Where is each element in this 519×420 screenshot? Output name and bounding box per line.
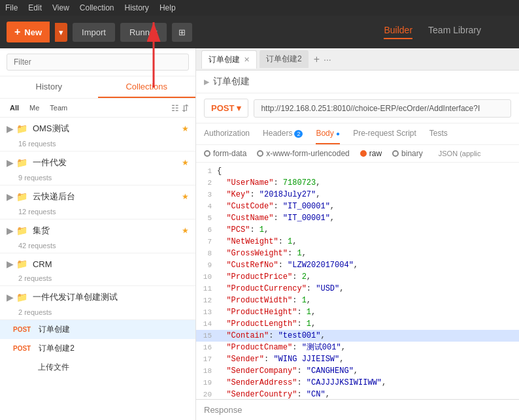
sidebar-search-area [0,48,195,76]
collection-name: CRM [33,259,189,269]
sidebar-collection-list: ▶ 📁 OMS测试 ★ 16 requests ▶ 📁 一件代发 ★ 9 req… [0,118,195,420]
collection-name: 一件代发 [33,157,176,169]
body-type-row: form-data x-www-form-urlencoded raw bina… [196,145,519,163]
sort-icon[interactable]: ☷ ⇵ [171,103,189,113]
tab-history[interactable]: History [0,76,98,98]
line-number: 14 [199,318,217,330]
collection-header-oms[interactable]: ▶ 📁 OMS测试 ★ [0,118,195,140]
filter-all[interactable]: All [7,103,22,113]
tab-close-icon[interactable]: ✕ [244,56,250,64]
subtab-headers[interactable]: Headers2 [263,123,303,144]
url-bar: POST ▾ [196,93,519,123]
collection-header-4[interactable]: ▶ 📁 CRM [0,253,195,274]
line-number: 11 [199,283,217,295]
body-type-raw[interactable]: raw [360,149,382,158]
method-selector[interactable]: POST ▾ [204,99,248,118]
json-line-16[interactable]: 16 "ProductCname": "测试001", [196,342,519,353]
json-line-5[interactable]: 5 "CustName": "IT_00001", [196,212,519,224]
json-line-15[interactable]: 15 "Contain": "test001", [196,330,519,342]
json-line-17[interactable]: 17 "Sender": "WING JJIEISW", [196,353,519,365]
line-content: "ProductHeight": 1, [217,306,316,318]
menu-collection[interactable]: Collection [80,3,114,12]
line-content: "ProductWidth": 1, [217,295,311,306]
line-number: 2 [199,177,217,189]
menu-file[interactable]: File [5,3,18,12]
line-content: "UserName": 7180723, [217,177,320,189]
menu-history[interactable]: History [125,3,149,12]
star-icon[interactable]: ★ [182,158,189,167]
json-line-11[interactable]: 11 "ProductCurrency": "USD", [196,283,519,295]
expand-icon[interactable]: ▶ [204,78,209,86]
body-format-label[interactable]: JSON (applic [439,150,481,157]
json-line-7[interactable]: 7 "NetWeight": 1, [196,236,519,248]
body-type-formdata[interactable]: form-data [204,149,246,158]
sidebar: History Collections All Me Team ☷ ⇵ ▶ 📁 … [0,48,196,420]
body-type-urlencoded[interactable]: x-www-form-urlencoded [257,149,349,158]
filter-me[interactable]: Me [26,103,42,113]
runner-button[interactable]: Runner [120,23,167,42]
json-line-4[interactable]: 4 "CustCode": "IT_00001", [196,201,519,212]
extra-icon-button[interactable]: ⊞ [172,23,192,42]
subtab-prerequest[interactable]: Pre-request Script [353,123,416,144]
request-tab-label: 订单创建2 [266,54,302,65]
collection-count: 12 requests [0,208,195,219]
collection-header-1[interactable]: ▶ 📁 一件代发 ★ [0,152,195,174]
json-line-10[interactable]: 10 "ProductPrice": 2, [196,271,519,283]
json-line-3[interactable]: 3 "Key": "2018July27", [196,189,519,201]
request-tab-1[interactable]: 订单创建2 [260,50,309,68]
request-tab-0[interactable]: 订单创建 ✕ [201,50,257,69]
menu-edit[interactable]: Edit [28,3,42,12]
json-line-8[interactable]: 8 "GrossWeight": 1, [196,248,519,259]
json-line-2[interactable]: 2 "UserName": 7180723, [196,177,519,189]
import-button[interactable]: Import [73,23,115,42]
tab-builder[interactable]: Builder [384,25,412,39]
request-item-1[interactable]: POST 订单创建2 [0,339,195,358]
tab-collections[interactable]: Collections [98,76,196,98]
folder-icon: ▶ 📁 [7,259,27,269]
star-icon[interactable]: ★ [182,226,189,235]
line-number: 6 [199,224,217,236]
request-item-0[interactable]: POST 订单创建 [0,320,195,339]
json-line-13[interactable]: 13 "ProductHeight": 1, [196,306,519,318]
collection-header-2[interactable]: ▶ 📁 云快递后台 ★ [0,186,195,208]
json-line-14[interactable]: 14 "ProductLength": 1, [196,318,519,330]
line-number: 12 [199,295,217,306]
collection-item-3: ▶ 📁 集货 ★ 42 requests [0,219,195,253]
line-number: 3 [199,189,217,201]
collection-count: 9 requests [0,174,195,185]
body-type-binary[interactable]: binary [392,149,423,158]
json-editor[interactable]: 1{2 "UserName": 7180723,3 "Key": "2018Ju… [196,163,519,399]
add-tab-button[interactable]: + [314,54,320,65]
collection-header-3[interactable]: ▶ 📁 集货 ★ [0,219,195,242]
collection-header-5[interactable]: ▶ 📁 一件代发订单创建测试 [0,286,195,308]
menu-view[interactable]: View [52,3,69,12]
star-icon[interactable]: ★ [182,192,189,201]
line-number: 20 [199,389,217,399]
json-line-9[interactable]: 9 "CustRefNo": "LZW202017004", [196,259,519,271]
more-tabs-button[interactable]: ··· [324,54,331,65]
headers-badge: 2 [294,130,303,138]
filter-team[interactable]: Team [46,103,71,113]
json-line-1[interactable]: 1{ [196,165,519,177]
tab-team-library[interactable]: Team Library [428,25,481,39]
new-button[interactable]: + New [7,22,50,42]
main-layout: History Collections All Me Team ☷ ⇵ ▶ 📁 … [0,48,519,420]
json-line-12[interactable]: 12 "ProductWidth": 1, [196,295,519,306]
json-line-20[interactable]: 20 "SenderCountry": "CN", [196,389,519,399]
url-input[interactable] [254,99,511,118]
new-dropdown-arrow[interactable]: ▾ [55,23,67,42]
subtab-authorization[interactable]: Authorization [204,123,250,144]
json-line-19[interactable]: 19 "SenderAddress": "CAJJJJKSIWIIWW", [196,377,519,389]
star-icon[interactable]: ★ [182,124,189,133]
search-input[interactable] [7,54,189,71]
collection-item-5: ▶ 📁 一件代发订单创建测试 2 requests [0,286,195,320]
method-badge: POST [10,344,33,353]
json-line-6[interactable]: 6 "PCS": 1, [196,224,519,236]
line-number: 16 [199,342,217,353]
collection-name: 一件代发订单创建测试 [33,291,189,303]
subtab-tests[interactable]: Tests [429,123,448,144]
json-line-18[interactable]: 18 "SenderCompany": "CANGHENG", [196,365,519,377]
subtab-body[interactable]: Body ● [316,123,340,144]
request-item-2[interactable]: 上传文件 [0,358,195,377]
menu-help[interactable]: Help [159,3,176,12]
